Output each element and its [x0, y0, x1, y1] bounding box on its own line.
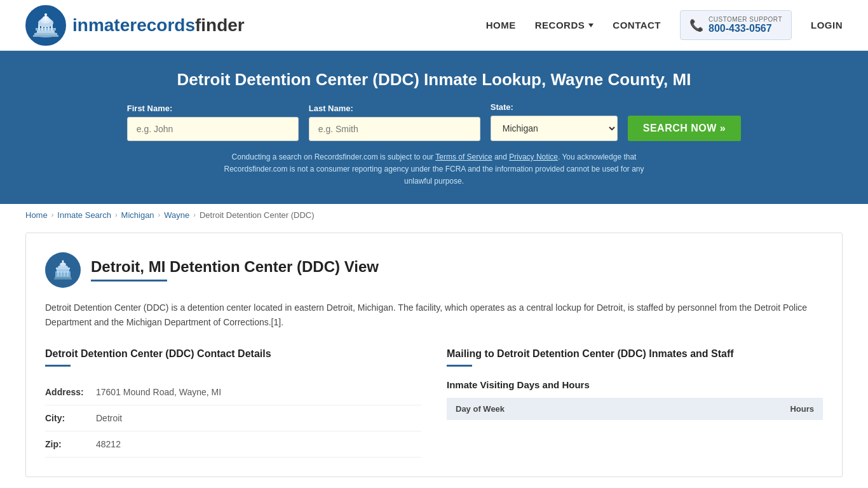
tos-link[interactable]: Terms of Service [435, 152, 492, 161]
svg-point-21 [62, 260, 64, 262]
state-select[interactable]: Michigan [491, 116, 618, 141]
city-value: Detroit [96, 405, 421, 431]
main-nav: HOME RECORDS CONTACT 📞 CUSTOMER SUPPORT … [486, 10, 843, 40]
search-button[interactable]: SEARCH NOW » [628, 116, 741, 141]
nav-records[interactable]: RECORDS [535, 20, 594, 30]
visiting-table: Day of Week Hours [447, 398, 823, 420]
breadcrumb: Home › Inmate Search › Michigan › Wayne … [0, 204, 868, 226]
zip-value: 48212 [96, 431, 421, 458]
breadcrumb-sep-2: › [115, 211, 118, 219]
table-row: City: Detroit [45, 405, 421, 431]
first-name-label: First Name: [127, 104, 299, 113]
breadcrumb-michigan[interactable]: Michigan [121, 210, 154, 220]
facility-title: Detroit, MI Detention Center (DDC) View [91, 258, 379, 276]
breadcrumb-inmate-search[interactable]: Inmate Search [57, 210, 111, 220]
hero-section: Detroit Detention Center (DDC) Inmate Lo… [0, 51, 868, 204]
support-phone: 800-433-0567 [709, 23, 782, 34]
customer-support-box[interactable]: 📞 CUSTOMER SUPPORT 800-433-0567 [680, 10, 792, 40]
breadcrumb-sep-1: › [51, 211, 54, 219]
chevron-down-icon [588, 24, 593, 27]
table-row: Address: 17601 Mound Road, Wayne, MI [45, 379, 421, 405]
table-row: Zip: 48212 [45, 431, 421, 458]
disclaimer-text: Conducting a search on Recordsfinder.com… [212, 151, 656, 188]
first-name-input[interactable] [127, 117, 299, 141]
svg-rect-22 [57, 271, 59, 276]
address-label: Address: [45, 379, 96, 405]
title-underline [91, 280, 167, 281]
state-group: State: Michigan [491, 102, 618, 141]
address-value: 17601 Mound Road, Wayne, MI [96, 379, 421, 405]
last-name-input[interactable] [309, 117, 480, 141]
mailing-section-title: Mailing to Detroit Detention Center (DDC… [447, 348, 823, 360]
visiting-table-header-row: Day of Week Hours [447, 398, 823, 420]
day-column-header: Day of Week [447, 398, 679, 420]
svg-rect-13 [34, 33, 57, 35]
hours-column-header: Hours [679, 398, 823, 420]
contact-underline [45, 365, 71, 367]
zip-label: Zip: [45, 431, 96, 458]
phone-icon: 📞 [689, 18, 703, 32]
svg-rect-23 [60, 271, 62, 276]
privacy-link[interactable]: Privacy Notice [509, 152, 558, 161]
contact-table: Address: 17601 Mound Road, Wayne, MI Cit… [45, 379, 421, 458]
last-name-group: Last Name: [309, 104, 480, 141]
breadcrumb-sep-3: › [158, 211, 161, 219]
logo-text: inmaterecordsfinder [72, 15, 245, 36]
first-name-group: First Name: [127, 104, 299, 141]
mailing-underline [447, 365, 472, 367]
hero-title: Detroit Detention Center (DDC) Inmate Lo… [25, 70, 843, 90]
facility-description: Detroit Detention Center (DDC) is a dete… [45, 301, 823, 331]
content-columns: Detroit Detention Center (DDC) Contact D… [45, 348, 823, 458]
breadcrumb-wayne[interactable]: Wayne [164, 210, 189, 220]
last-name-label: Last Name: [309, 104, 480, 113]
visiting-title: Inmate Visiting Days and Hours [447, 379, 823, 390]
svg-point-12 [44, 13, 47, 16]
breadcrumb-sep-4: › [193, 211, 196, 219]
nav-login[interactable]: LOGIN [811, 20, 843, 30]
support-label: CUSTOMER SUPPORT [709, 16, 782, 23]
search-form: First Name: Last Name: State: Michigan S… [25, 102, 843, 141]
breadcrumb-current: Detroit Detention Center (DDC) [200, 210, 315, 220]
nav-home[interactable]: HOME [486, 20, 516, 30]
breadcrumb-home[interactable]: Home [25, 210, 48, 220]
mailing-column: Mailing to Detroit Detention Center (DDC… [447, 348, 823, 458]
facility-icon [45, 252, 81, 288]
main-content: Detroit, MI Detention Center (DDC) View … [25, 233, 843, 478]
site-header: inmaterecordsfinder HOME RECORDS CONTACT… [0, 0, 868, 51]
svg-rect-14 [33, 35, 58, 37]
city-label: City: [45, 405, 96, 431]
svg-rect-27 [54, 278, 72, 280]
state-label: State: [491, 102, 618, 112]
contact-section-title: Detroit Detention Center (DDC) Contact D… [45, 348, 421, 360]
logo-area: inmaterecordsfinder [25, 5, 245, 46]
svg-rect-26 [55, 277, 71, 278]
facility-header: Detroit, MI Detention Center (DDC) View [45, 252, 823, 288]
svg-rect-24 [64, 271, 65, 276]
logo-icon [25, 5, 66, 46]
contact-column: Detroit Detention Center (DDC) Contact D… [45, 348, 421, 458]
svg-rect-25 [67, 271, 69, 276]
nav-contact[interactable]: CONTACT [613, 20, 661, 30]
